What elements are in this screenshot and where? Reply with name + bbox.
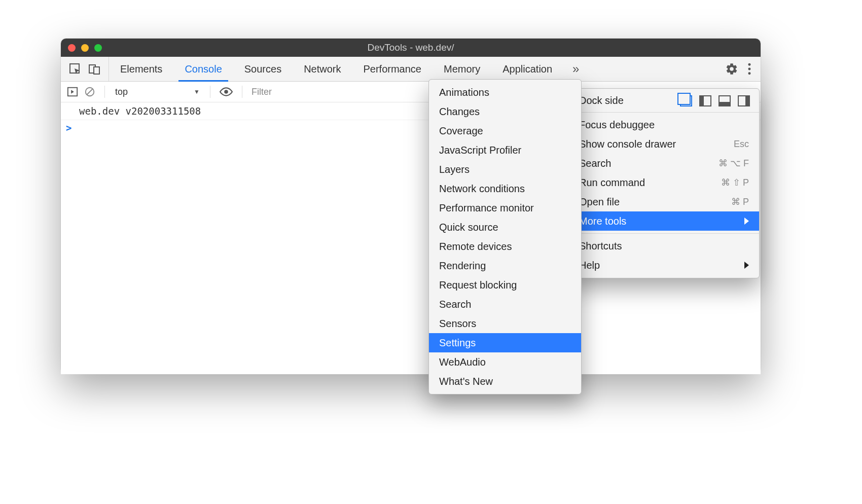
submenu-item-sensors[interactable]: Sensors bbox=[429, 314, 581, 333]
devtools-window: DevTools - web.dev/ ElementsConsoleSourc… bbox=[61, 39, 761, 373]
svg-rect-2 bbox=[94, 67, 99, 74]
menu-item-label: More tools bbox=[579, 215, 626, 227]
dropdown-caret-icon: ▼ bbox=[194, 88, 200, 95]
submenu-item-what-s-new[interactable]: What's New bbox=[429, 372, 581, 391]
window-minimize-button[interactable] bbox=[81, 44, 89, 52]
submenu-item-layers[interactable]: Layers bbox=[429, 160, 581, 179]
submenu-item-coverage[interactable]: Coverage bbox=[429, 121, 581, 140]
menu-item-search[interactable]: Search⌘ ⌥ F bbox=[569, 154, 759, 173]
titlebar: DevTools - web.dev/ bbox=[61, 39, 761, 57]
devtools-tabbar: ElementsConsoleSourcesNetworkPerformance… bbox=[61, 57, 761, 82]
menu-item-help[interactable]: Help bbox=[569, 256, 759, 275]
execution-context-select[interactable]: top ▼ bbox=[109, 82, 206, 102]
tabs-overflow-button[interactable]: » bbox=[563, 57, 588, 81]
submenu-item-remote-devices[interactable]: Remote devices bbox=[429, 237, 581, 256]
menu-item-shortcut: Esc bbox=[734, 139, 749, 150]
device-toolbar-icon[interactable] bbox=[88, 63, 100, 75]
menu-item-focus-debuggee[interactable]: Focus debuggee bbox=[569, 115, 759, 134]
menu-item-label: Open file bbox=[579, 196, 620, 208]
dock-bottom-icon[interactable] bbox=[719, 95, 731, 106]
submenu-item-settings[interactable]: Settings bbox=[429, 333, 581, 352]
window-title: DevTools - web.dev/ bbox=[61, 42, 761, 53]
inspect-element-icon[interactable] bbox=[69, 63, 81, 75]
submenu-item-changes[interactable]: Changes bbox=[429, 102, 581, 121]
submenu-item-network-conditions[interactable]: Network conditions bbox=[429, 179, 581, 198]
tab-elements[interactable]: Elements bbox=[109, 57, 173, 81]
submenu-item-quick-source[interactable]: Quick source bbox=[429, 218, 581, 237]
svg-line-8 bbox=[87, 89, 93, 95]
svg-point-9 bbox=[224, 90, 228, 94]
window-close-button[interactable] bbox=[68, 44, 76, 52]
tab-memory[interactable]: Memory bbox=[433, 57, 491, 81]
svg-point-4 bbox=[748, 68, 751, 70]
kebab-menu-icon[interactable] bbox=[747, 62, 751, 76]
menu-item-open-file[interactable]: Open file⌘ P bbox=[569, 192, 759, 211]
dock-left-icon[interactable] bbox=[699, 95, 711, 106]
menu-item-label: Show console drawer bbox=[579, 138, 676, 150]
submenu-item-search[interactable]: Search bbox=[429, 295, 581, 314]
menu-item-label: Help bbox=[579, 260, 600, 271]
svg-point-3 bbox=[748, 63, 751, 66]
window-zoom-button[interactable] bbox=[94, 44, 102, 52]
submenu-item-animations[interactable]: Animations bbox=[429, 83, 581, 102]
dock-right-icon[interactable] bbox=[738, 95, 750, 106]
submenu-item-request-blocking[interactable]: Request blocking bbox=[429, 275, 581, 295]
console-sidebar-toggle-icon[interactable] bbox=[67, 86, 78, 97]
tab-application[interactable]: Application bbox=[491, 57, 563, 81]
menu-item-label: Focus debuggee bbox=[579, 119, 655, 131]
more-tools-submenu: AnimationsChangesCoverageJavaScript Prof… bbox=[428, 79, 582, 394]
context-label: top bbox=[115, 87, 128, 97]
overflow-glyph: » bbox=[572, 62, 579, 76]
live-expression-eye-icon[interactable] bbox=[220, 86, 233, 97]
settings-gear-icon[interactable] bbox=[725, 62, 738, 76]
main-menu: Dock side Focus debuggeeShow console dra… bbox=[568, 88, 760, 278]
menu-item-label: Run command bbox=[579, 177, 645, 189]
tab-sources[interactable]: Sources bbox=[233, 57, 293, 81]
dock-side-label: Dock side bbox=[579, 95, 624, 106]
menu-item-show-console-drawer[interactable]: Show console drawerEsc bbox=[569, 134, 759, 154]
submenu-item-webaudio[interactable]: WebAudio bbox=[429, 352, 581, 372]
menu-item-shortcut: ⌘ ⌥ F bbox=[719, 158, 749, 169]
menu-item-label: Shortcuts bbox=[579, 240, 622, 252]
clear-console-icon[interactable] bbox=[84, 86, 95, 97]
submenu-arrow-icon bbox=[744, 218, 749, 225]
submenu-item-performance-monitor[interactable]: Performance monitor bbox=[429, 198, 581, 218]
submenu-arrow-icon bbox=[744, 262, 749, 269]
menu-item-label: Search bbox=[579, 158, 611, 169]
tab-network[interactable]: Network bbox=[293, 57, 352, 81]
dock-undock-icon[interactable] bbox=[680, 95, 692, 106]
svg-point-5 bbox=[748, 72, 751, 75]
menu-item-shortcuts[interactable]: Shortcuts bbox=[569, 236, 759, 256]
submenu-item-rendering[interactable]: Rendering bbox=[429, 256, 581, 275]
menu-item-shortcut: ⌘ P bbox=[731, 196, 749, 207]
submenu-item-javascript-profiler[interactable]: JavaScript Profiler bbox=[429, 140, 581, 160]
menu-item-run-command[interactable]: Run command⌘ ⇧ P bbox=[569, 173, 759, 192]
tab-performance[interactable]: Performance bbox=[352, 57, 433, 81]
menu-item-shortcut: ⌘ ⇧ P bbox=[721, 177, 749, 188]
menu-item-more-tools[interactable]: More tools bbox=[569, 211, 759, 231]
tab-console[interactable]: Console bbox=[173, 57, 233, 81]
